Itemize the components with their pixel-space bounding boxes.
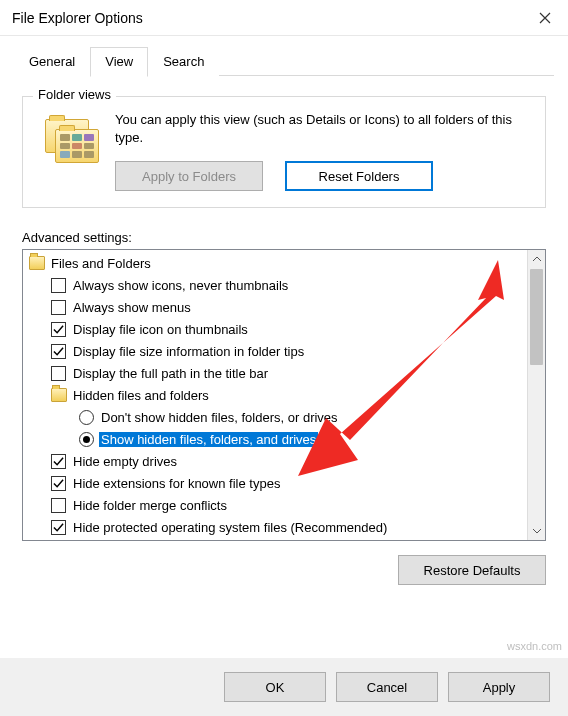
checkbox[interactable] [51,322,66,337]
checkbox[interactable] [51,498,66,513]
titlebar: File Explorer Options [0,0,568,36]
folder-views-legend: Folder views [33,87,116,102]
tree-item[interactable]: Hide empty drives [29,450,527,472]
window-title: File Explorer Options [12,10,522,26]
restore-defaults-button[interactable]: Restore Defaults [398,555,546,585]
tree-group-root: Files and Folders [29,252,527,274]
tree-group-hidden: Hidden files and folders [29,384,527,406]
folder-views-group: Folder views You can apply this view (su… [22,96,546,208]
tree-item[interactable]: Hide protected operating system files (R… [29,516,527,538]
tree-item-label: Hide folder merge conflicts [71,498,229,513]
tree-item-label: Always show icons, never thumbnails [71,278,290,293]
checkbox[interactable] [51,520,66,535]
checkbox[interactable] [51,454,66,469]
tree-item[interactable]: Hide extensions for known file types [29,472,527,494]
tree-item[interactable]: Display file icon on thumbnails [29,318,527,340]
chevron-down-icon [533,528,541,534]
scroll-down-button[interactable] [528,522,545,540]
advanced-settings-label: Advanced settings: [22,230,546,245]
tree-item-label: Display the full path in the title bar [71,366,270,381]
advanced-settings-tree[interactable]: Files and Folders Always show icons, nev… [22,249,546,541]
tree-item-label: Show hidden files, folders, and drives [99,432,318,447]
tree-item[interactable]: Always show menus [29,296,527,318]
tree-item-label: Display file icon on thumbnails [71,322,250,337]
folder-views-text: You can apply this view (such as Details… [115,111,531,147]
tab-view[interactable]: View [90,47,148,77]
checkbox[interactable] [51,278,66,293]
ok-button[interactable]: OK [224,672,326,702]
tree-item[interactable]: Display the full path in the title bar [29,362,527,384]
folder-icon [43,115,99,171]
watermark: wsxdn.com [507,640,562,652]
folder-icon [51,388,67,402]
apply-button[interactable]: Apply [448,672,550,702]
tabstrip: General View Search [0,36,568,76]
close-icon [539,12,551,24]
cancel-button[interactable]: Cancel [336,672,438,702]
tree-item-label: Display file size information in folder … [71,344,306,359]
chevron-up-icon [533,256,541,262]
tree-item-label: Don't show hidden files, folders, or dri… [99,410,340,425]
scroll-up-button[interactable] [528,250,545,268]
tree-item-label: Hide protected operating system files (R… [71,520,389,535]
tree-radio-item[interactable]: Show hidden files, folders, and drives [29,428,527,450]
tree-item[interactable]: Launch folder windows in a separate proc… [29,538,527,540]
checkbox[interactable] [51,344,66,359]
scrollbar[interactable] [527,250,545,540]
tree-item[interactable]: Hide folder merge conflicts [29,494,527,516]
checkbox[interactable] [51,300,66,315]
tab-content: Folder views You can apply this view (su… [0,76,568,591]
tree-item[interactable]: Display file size information in folder … [29,340,527,362]
radio[interactable] [79,432,94,447]
scroll-thumb[interactable] [530,269,543,365]
tree-item-label: Hide empty drives [71,454,179,469]
folder-icon [29,256,45,270]
radio[interactable] [79,410,94,425]
dialog-buttons: OK Cancel Apply [0,658,568,716]
close-button[interactable] [522,0,568,36]
checkbox[interactable] [51,366,66,381]
tree-item-label: Always show menus [71,300,193,315]
apply-to-folders-button: Apply to Folders [115,161,263,191]
reset-folders-button[interactable]: Reset Folders [285,161,433,191]
tree-radio-item[interactable]: Don't show hidden files, folders, or dri… [29,406,527,428]
checkbox[interactable] [51,476,66,491]
tab-general[interactable]: General [14,47,90,76]
tree-item-label: Hide extensions for known file types [71,476,282,491]
tree-item[interactable]: Always show icons, never thumbnails [29,274,527,296]
tab-search[interactable]: Search [148,47,219,76]
